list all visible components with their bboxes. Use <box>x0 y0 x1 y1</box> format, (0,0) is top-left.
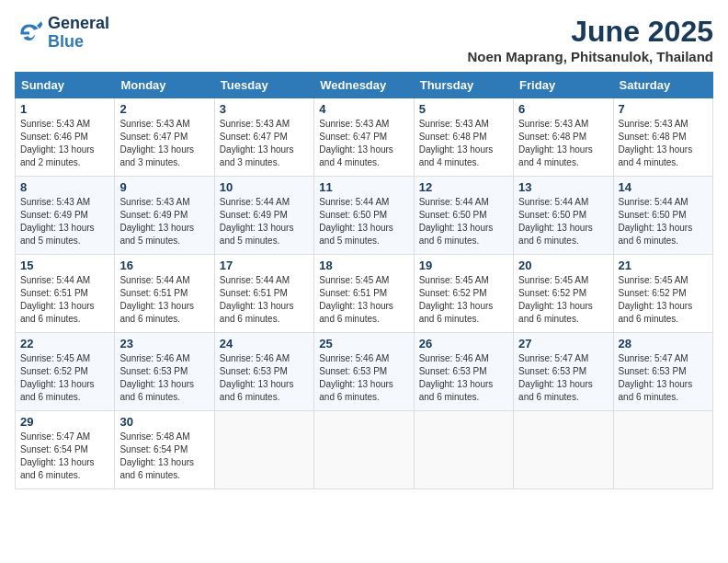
logo-text: General Blue <box>48 15 109 52</box>
day-number: 30 <box>119 415 209 429</box>
week-row-3: 15Sunrise: 5:44 AMSunset: 6:51 PMDayligh… <box>16 255 713 333</box>
day-number: 12 <box>419 180 508 194</box>
calendar-cell: 13Sunrise: 5:44 AMSunset: 6:50 PMDayligh… <box>514 177 613 255</box>
calendar-cell: 15Sunrise: 5:44 AMSunset: 6:51 PMDayligh… <box>16 255 115 333</box>
day-number: 10 <box>220 180 309 194</box>
day-info: Sunrise: 5:44 AMSunset: 6:50 PMDaylight:… <box>619 196 708 247</box>
day-info: Sunrise: 5:45 AMSunset: 6:51 PMDaylight:… <box>319 274 408 326</box>
logo: General Blue <box>15 15 109 52</box>
day-number: 25 <box>319 337 408 350</box>
calendar-cell: 17Sunrise: 5:44 AMSunset: 6:51 PMDayligh… <box>214 255 313 333</box>
day-number: 16 <box>119 259 209 272</box>
calendar-cell <box>514 411 613 489</box>
calendar-cell <box>414 411 513 489</box>
day-info: Sunrise: 5:46 AMSunset: 6:53 PMDaylight:… <box>119 352 209 404</box>
calendar-cell: 3Sunrise: 5:43 AMSunset: 6:47 PMDaylight… <box>214 98 313 177</box>
weekday-header-sunday: Sunday <box>16 73 115 98</box>
calendar-cell: 25Sunrise: 5:46 AMSunset: 6:53 PMDayligh… <box>314 333 414 411</box>
weekday-header-monday: Monday <box>115 73 214 98</box>
day-info: Sunrise: 5:44 AMSunset: 6:50 PMDaylight:… <box>419 196 508 247</box>
day-info: Sunrise: 5:45 AMSunset: 6:52 PMDaylight:… <box>619 274 708 326</box>
weekday-header-saturday: Saturday <box>613 73 712 98</box>
day-info: Sunrise: 5:45 AMSunset: 6:52 PMDaylight:… <box>20 352 109 404</box>
day-number: 7 <box>619 102 708 116</box>
day-number: 13 <box>518 180 608 194</box>
day-info: Sunrise: 5:43 AMSunset: 6:48 PMDaylight:… <box>619 118 708 169</box>
weekday-header-friday: Friday <box>514 73 613 98</box>
calendar-cell: 24Sunrise: 5:46 AMSunset: 6:53 PMDayligh… <box>214 333 313 411</box>
day-info: Sunrise: 5:46 AMSunset: 6:53 PMDaylight:… <box>319 352 408 404</box>
day-info: Sunrise: 5:43 AMSunset: 6:47 PMDaylight:… <box>319 118 408 169</box>
day-number: 29 <box>20 415 109 429</box>
day-number: 17 <box>220 259 309 272</box>
day-number: 11 <box>319 180 408 194</box>
day-number: 20 <box>518 259 608 272</box>
calendar-cell: 27Sunrise: 5:47 AMSunset: 6:53 PMDayligh… <box>514 333 613 411</box>
day-info: Sunrise: 5:45 AMSunset: 6:52 PMDaylight:… <box>419 274 508 326</box>
weekday-header-thursday: Thursday <box>414 73 513 98</box>
calendar-cell: 26Sunrise: 5:46 AMSunset: 6:53 PMDayligh… <box>414 333 513 411</box>
calendar-cell: 22Sunrise: 5:45 AMSunset: 6:52 PMDayligh… <box>16 333 115 411</box>
month-title: June 2025 <box>467 15 713 49</box>
day-number: 26 <box>419 337 508 350</box>
weekday-header-wednesday: Wednesday <box>314 73 414 98</box>
day-info: Sunrise: 5:44 AMSunset: 6:51 PMDaylight:… <box>20 274 109 326</box>
calendar-cell: 1Sunrise: 5:43 AMSunset: 6:46 PMDaylight… <box>16 98 115 177</box>
day-number: 28 <box>619 337 708 350</box>
weekday-header-row: SundayMondayTuesdayWednesdayThursdayFrid… <box>16 73 713 98</box>
calendar-cell: 6Sunrise: 5:43 AMSunset: 6:48 PMDaylight… <box>514 98 613 177</box>
day-number: 27 <box>518 337 608 350</box>
calendar-cell: 21Sunrise: 5:45 AMSunset: 6:52 PMDayligh… <box>613 255 712 333</box>
calendar-cell: 23Sunrise: 5:46 AMSunset: 6:53 PMDayligh… <box>115 333 214 411</box>
day-info: Sunrise: 5:44 AMSunset: 6:49 PMDaylight:… <box>220 196 309 247</box>
page-header: General Blue June 2025 Noen Maprang, Phi… <box>15 15 713 64</box>
calendar-cell: 30Sunrise: 5:48 AMSunset: 6:54 PMDayligh… <box>115 411 214 489</box>
calendar-cell <box>314 411 414 489</box>
day-info: Sunrise: 5:43 AMSunset: 6:46 PMDaylight:… <box>20 118 109 169</box>
title-block: June 2025 Noen Maprang, Phitsanulok, Tha… <box>467 15 713 64</box>
day-number: 9 <box>119 180 209 194</box>
day-number: 24 <box>220 337 309 350</box>
calendar-table: SundayMondayTuesdayWednesdayThursdayFrid… <box>15 72 713 489</box>
calendar-cell <box>214 411 313 489</box>
day-info: Sunrise: 5:43 AMSunset: 6:49 PMDaylight:… <box>20 196 109 247</box>
calendar-cell: 28Sunrise: 5:47 AMSunset: 6:53 PMDayligh… <box>613 333 712 411</box>
day-info: Sunrise: 5:47 AMSunset: 6:54 PMDaylight:… <box>20 431 109 482</box>
day-number: 4 <box>319 102 408 116</box>
day-info: Sunrise: 5:43 AMSunset: 6:49 PMDaylight:… <box>119 196 209 247</box>
day-info: Sunrise: 5:45 AMSunset: 6:52 PMDaylight:… <box>518 274 608 326</box>
day-info: Sunrise: 5:43 AMSunset: 6:47 PMDaylight:… <box>119 118 209 169</box>
day-number: 19 <box>419 259 508 272</box>
calendar-cell: 20Sunrise: 5:45 AMSunset: 6:52 PMDayligh… <box>514 255 613 333</box>
day-number: 1 <box>20 102 109 116</box>
day-number: 21 <box>619 259 708 272</box>
calendar-cell: 5Sunrise: 5:43 AMSunset: 6:48 PMDaylight… <box>414 98 513 177</box>
week-row-5: 29Sunrise: 5:47 AMSunset: 6:54 PMDayligh… <box>16 411 713 489</box>
calendar-cell: 14Sunrise: 5:44 AMSunset: 6:50 PMDayligh… <box>613 177 712 255</box>
day-info: Sunrise: 5:47 AMSunset: 6:53 PMDaylight:… <box>619 352 708 404</box>
calendar-cell: 11Sunrise: 5:44 AMSunset: 6:50 PMDayligh… <box>314 177 414 255</box>
day-info: Sunrise: 5:44 AMSunset: 6:51 PMDaylight:… <box>119 274 209 326</box>
day-number: 18 <box>319 259 408 272</box>
calendar-cell: 7Sunrise: 5:43 AMSunset: 6:48 PMDaylight… <box>613 98 712 177</box>
day-number: 15 <box>20 259 109 272</box>
day-number: 8 <box>20 180 109 194</box>
day-info: Sunrise: 5:48 AMSunset: 6:54 PMDaylight:… <box>119 431 209 482</box>
calendar-cell: 18Sunrise: 5:45 AMSunset: 6:51 PMDayligh… <box>314 255 414 333</box>
week-row-2: 8Sunrise: 5:43 AMSunset: 6:49 PMDaylight… <box>16 177 713 255</box>
day-number: 2 <box>119 102 209 116</box>
calendar-cell: 2Sunrise: 5:43 AMSunset: 6:47 PMDaylight… <box>115 98 214 177</box>
logo-icon <box>15 18 44 48</box>
week-row-4: 22Sunrise: 5:45 AMSunset: 6:52 PMDayligh… <box>16 333 713 411</box>
calendar-cell <box>613 411 712 489</box>
week-row-1: 1Sunrise: 5:43 AMSunset: 6:46 PMDaylight… <box>16 98 713 177</box>
day-number: 6 <box>518 102 608 116</box>
calendar-cell: 19Sunrise: 5:45 AMSunset: 6:52 PMDayligh… <box>414 255 513 333</box>
day-number: 22 <box>20 337 109 350</box>
day-number: 23 <box>119 337 209 350</box>
calendar-cell: 4Sunrise: 5:43 AMSunset: 6:47 PMDaylight… <box>314 98 414 177</box>
day-number: 3 <box>220 102 309 116</box>
day-info: Sunrise: 5:44 AMSunset: 6:50 PMDaylight:… <box>319 196 408 247</box>
day-info: Sunrise: 5:46 AMSunset: 6:53 PMDaylight:… <box>220 352 309 404</box>
calendar-cell: 10Sunrise: 5:44 AMSunset: 6:49 PMDayligh… <box>214 177 313 255</box>
